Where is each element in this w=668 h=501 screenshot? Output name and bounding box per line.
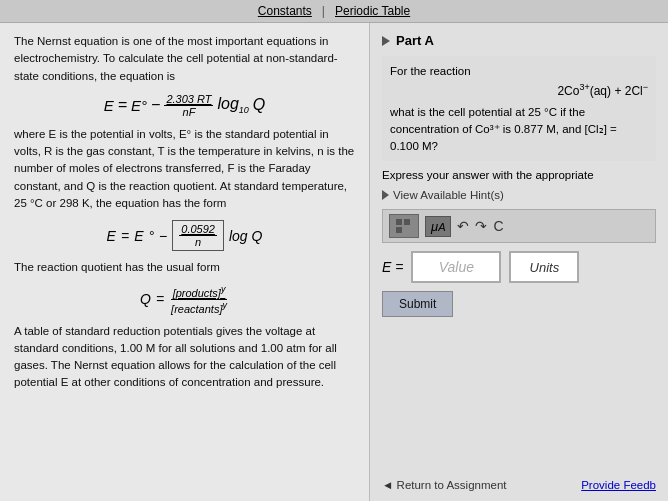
constants-link[interactable]: Constants [258, 4, 312, 18]
units-input[interactable]: Units [509, 251, 579, 283]
svg-rect-2 [396, 227, 402, 233]
eq1-fraction: 2.303 RT nF [164, 93, 213, 118]
part-header: Part A [382, 33, 656, 48]
q-equals: = [156, 291, 164, 307]
footer-text: A table of standard reduction potentials… [14, 323, 355, 392]
eq1-E0: E° [131, 97, 147, 114]
q-intro: The reaction quotient has the usual form [14, 259, 355, 276]
top-bar: Constants | Periodic Table [0, 0, 668, 23]
reaction-box: For the reaction 2Co3+(aq) + 2Cl− what i… [382, 56, 656, 161]
intro-text: The Nernst equation is one of the most i… [14, 33, 355, 85]
provide-feedback-link[interactable]: Provide Feedb [581, 479, 656, 491]
q-numerator: [products]y [171, 284, 228, 300]
separator: | [322, 4, 325, 18]
arrow-left-icon[interactable]: ↶ [457, 218, 469, 234]
triangle-icon [382, 36, 390, 46]
express-text: Express your answer with the appropriate [382, 169, 656, 181]
more-icon[interactable]: C [493, 218, 503, 234]
return-link[interactable]: ◄ Return to Assignment [382, 479, 507, 491]
main-content: The Nernst equation is one of the most i… [0, 23, 668, 501]
periodic-table-link[interactable]: Periodic Table [335, 4, 410, 18]
q-denominator: [reactants]y [169, 300, 229, 315]
eq1-E: E [104, 97, 114, 114]
question-text: what is the cell potential at 25 °C if t… [390, 104, 648, 156]
eq2-denominator: n [193, 236, 203, 248]
eq1-minus: − [151, 96, 160, 114]
eq1-Q: Q [253, 96, 265, 114]
answer-row: E = Value Units [382, 251, 656, 283]
hint-arrow-icon [382, 190, 389, 200]
eq1-equals: = [118, 96, 127, 114]
reaction-equation: 2Co3+(aq) + 2Cl− [390, 80, 648, 101]
for-reaction-text: For the reaction [390, 62, 648, 80]
right-panel: Part A For the reaction 2Co3+(aq) + 2Cl−… [370, 23, 668, 501]
units-label: Units [530, 260, 560, 275]
equation-nernst-simplified: E = E° − 0.0592 n log Q [14, 220, 355, 251]
arrow-right-icon[interactable]: ↷ [475, 218, 487, 234]
equation-nernst-full: E = E° − 2.303 RT nF log10 Q [14, 93, 355, 118]
svg-rect-0 [396, 219, 402, 225]
mu-icon[interactable]: μA [425, 216, 451, 237]
eq2-fraction: 0.0592 n [179, 223, 217, 248]
hint-row[interactable]: View Available Hint(s) [382, 189, 656, 201]
eq1-log: log10 [217, 95, 248, 115]
part-label: Part A [396, 33, 434, 48]
eq2-log: log Q [229, 228, 262, 244]
bottom-nav: ◄ Return to Assignment Provide Feedb [382, 475, 656, 491]
desc-text: where E is the potential in volts, E° is… [14, 126, 355, 212]
hint-label: View Available Hint(s) [393, 189, 504, 201]
eq2-E0: E [134, 228, 143, 244]
eq1-numerator: 2.303 RT [164, 93, 213, 106]
submit-button[interactable]: Submit [382, 291, 453, 317]
eq2-E: E [107, 228, 116, 244]
svg-rect-1 [404, 219, 410, 225]
eq2-numerator: 0.0592 [179, 223, 217, 236]
eq2-equals: = [121, 228, 129, 244]
value-input[interactable]: Value [411, 251, 501, 283]
matrix-icon[interactable] [389, 214, 419, 238]
q-Q: Q [140, 291, 151, 307]
answer-toolbar: μA ↶ ↷ C [382, 209, 656, 243]
eq1-denominator: nF [181, 106, 198, 118]
eq2-minus: − [159, 228, 167, 244]
left-panel: The Nernst equation is one of the most i… [0, 23, 370, 501]
eq2-fraction-container: 0.0592 n [172, 220, 224, 251]
value-placeholder: Value [439, 259, 474, 275]
q-fraction: [products]y [reactants]y [169, 284, 229, 314]
answer-e-label: E = [382, 259, 403, 275]
equation-Q: Q = [products]y [reactants]y [14, 284, 355, 314]
